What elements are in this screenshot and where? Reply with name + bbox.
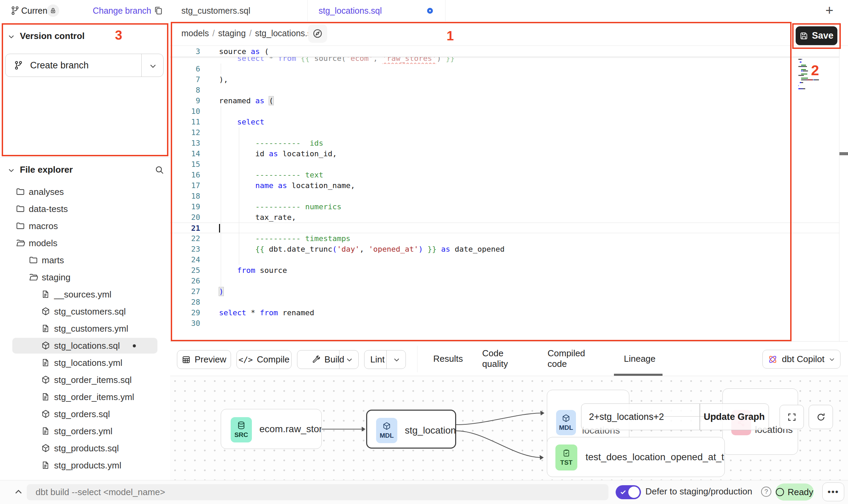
code-line-15[interactable]: 15 — [170, 159, 839, 170]
code-line-25[interactable]: 25 from source — [170, 265, 839, 276]
code-line-6[interactable]: 6 — [170, 64, 839, 74]
file-item-stg_order_items.sql[interactable]: stg_order_items.sql — [0, 371, 170, 388]
code-minimap[interactable] — [798, 51, 837, 96]
minimap-line — [798, 75, 804, 76]
search-icon[interactable] — [155, 165, 164, 175]
line-number: 7 — [170, 74, 200, 85]
file-item-__sources.yml[interactable]: __sources.yml — [0, 286, 170, 303]
command-input[interactable] — [27, 484, 608, 500]
scrollbar-thumb[interactable] — [839, 152, 848, 155]
line-number: 11 — [170, 117, 200, 127]
tab-lineage[interactable]: Lineage — [624, 342, 654, 376]
file-item-stg_customers.yml[interactable]: stg_customers.yml — [0, 320, 170, 337]
lineage-selector-input[interactable]: 2+stg_locations+2 — [581, 404, 707, 430]
file-item-data-tests[interactable]: data-tests — [0, 200, 170, 217]
file-item-stg_orders.yml[interactable]: stg_orders.yml — [0, 423, 170, 440]
file-label: stg_customers.yml — [54, 323, 128, 334]
tab-stg_locations.sql[interactable]: stg_locations.sql — [307, 0, 446, 21]
save-button[interactable]: Save — [796, 26, 837, 45]
chevron-down-icon[interactable] — [149, 62, 157, 70]
open-docs-chip[interactable] — [308, 24, 327, 43]
code-line-18[interactable]: 18 — [170, 191, 839, 201]
code-line-8[interactable]: 8 — [170, 85, 839, 95]
file-item-analyses[interactable]: analyses — [0, 183, 170, 200]
model-icon — [41, 409, 50, 420]
file-label: stg_customers.sql — [54, 306, 126, 317]
tab-results[interactable]: Results — [433, 342, 462, 376]
file-item-macros[interactable]: macros — [0, 217, 170, 235]
code-editor[interactable]: models/staging/stg_locations.sql 3source… — [170, 22, 839, 341]
editor-right-divider — [839, 22, 839, 376]
preview-button[interactable]: Preview — [177, 350, 231, 369]
overflow-menu-button[interactable]: ••• — [822, 482, 844, 501]
file-item-stg_order_items.yml[interactable]: stg_order_items.yml — [0, 388, 170, 406]
code-line-30[interactable]: 30 — [170, 318, 839, 329]
tab-code-quality[interactable]: Code quality — [482, 342, 528, 376]
chevron-down-icon[interactable] — [346, 356, 353, 363]
file-item-stg_orders.sql[interactable]: stg_orders.sql — [0, 406, 170, 423]
fullscreen-button[interactable] — [780, 405, 804, 429]
line-number: 19 — [170, 201, 200, 212]
file-item-stg_locations.yml[interactable]: stg_locations.yml — [0, 354, 170, 371]
build-button[interactable]: Build — [297, 350, 359, 369]
code-line-9[interactable]: 9renamed as ( — [170, 95, 839, 106]
code-line-22[interactable]: 22 ---------- timestamps — [170, 233, 839, 244]
minimap-line — [798, 74, 807, 75]
file-item-marts[interactable]: marts — [0, 252, 170, 269]
code-line-7[interactable]: 7), — [170, 74, 839, 85]
code-line-23[interactable]: 23 {{ dbt.date_trunc('day', 'opened_at')… — [170, 244, 839, 254]
code-line-28[interactable]: 28 — [170, 297, 839, 307]
code-line-14[interactable]: 14 id as location_id, — [170, 148, 839, 159]
lineage-node-test[interactable]: TST test_does_location_opened_at_trunc_t… — [547, 437, 725, 477]
code-line-27[interactable]: 27) — [170, 286, 839, 297]
code-line-11[interactable]: 11 select — [170, 117, 839, 127]
tab-stg_customers.sql[interactable]: stg_customers.sql — [170, 0, 308, 21]
lineage-node-stg-locations[interactable]: MDL stg_locations — [366, 410, 456, 449]
code-line-29[interactable]: 29select * from renamed — [170, 307, 839, 318]
git-branch-icon — [14, 60, 23, 70]
lineage-node-source[interactable]: SRC ecom.raw_stores — [221, 409, 322, 449]
model-cube-icon — [382, 422, 391, 430]
file-item-stg_products.sql[interactable]: stg_products.sql — [0, 440, 170, 457]
code-line-26[interactable]: 26 — [170, 276, 839, 286]
file-item-models[interactable]: models — [0, 235, 170, 252]
refresh-button[interactable] — [809, 405, 833, 429]
file-item-stg_customers.sql[interactable]: stg_customers.sql — [0, 303, 170, 320]
breadcrumb-segment[interactable]: staging — [218, 28, 246, 38]
file-item-stg_locations.sql[interactable]: stg_locations.sql — [0, 337, 170, 354]
update-graph-button[interactable]: Update Graph — [700, 404, 769, 430]
code-line-10[interactable]: 10 — [170, 106, 839, 117]
line-number: 24 — [170, 254, 200, 265]
code-line-21[interactable]: 21 — [170, 223, 839, 233]
tab-compiled-code[interactable]: Compiled code — [548, 342, 605, 376]
file-item-staging[interactable]: staging — [0, 269, 170, 286]
dbt-copilot-button[interactable]: dbt Copilot — [762, 350, 840, 369]
chevron-down-icon[interactable] — [8, 167, 15, 174]
lint-button[interactable]: Lint — [364, 350, 406, 369]
defer-toggle[interactable] — [616, 485, 641, 499]
create-branch-button[interactable]: Create branch — [5, 54, 164, 77]
chevron-down-icon[interactable] — [8, 33, 15, 40]
help-icon[interactable]: ? — [761, 487, 771, 497]
minimap-line — [798, 65, 806, 66]
code-line-13[interactable]: 13 ---------- ids — [170, 138, 839, 148]
code-line-12[interactable]: 12 — [170, 127, 839, 138]
file-label: stg_order_items.yml — [54, 392, 134, 402]
code-line-17[interactable]: 17 name as location_name, — [170, 180, 839, 191]
line-number: 13 — [170, 138, 200, 148]
code-line-24[interactable]: 24 — [170, 254, 839, 265]
file-item-stg_products.yml[interactable]: stg_products.yml — [0, 457, 170, 474]
code-line-19[interactable]: 19 ---------- numerics — [170, 201, 839, 212]
lineage-canvas[interactable]: SRC ecom.raw_stores MDL stg_locations MD… — [170, 376, 848, 480]
copilot-logo-icon — [768, 354, 778, 364]
code-line-20[interactable]: 20 tax_rate, — [170, 212, 839, 223]
new-tab-plus-icon[interactable]: + — [825, 3, 833, 18]
chevron-down-icon[interactable] — [393, 356, 400, 363]
compile-button[interactable]: </> Compile — [236, 350, 292, 369]
breadcrumb-row: models/staging/stg_locations.sql — [170, 22, 848, 46]
chevron-up-icon[interactable] — [14, 487, 23, 497]
code-line-16[interactable]: 16 ---------- text — [170, 170, 839, 180]
copy-icon[interactable] — [153, 5, 164, 16]
change-branch-link[interactable]: Change branch — [93, 6, 151, 16]
breadcrumb-segment[interactable]: models — [181, 28, 209, 38]
